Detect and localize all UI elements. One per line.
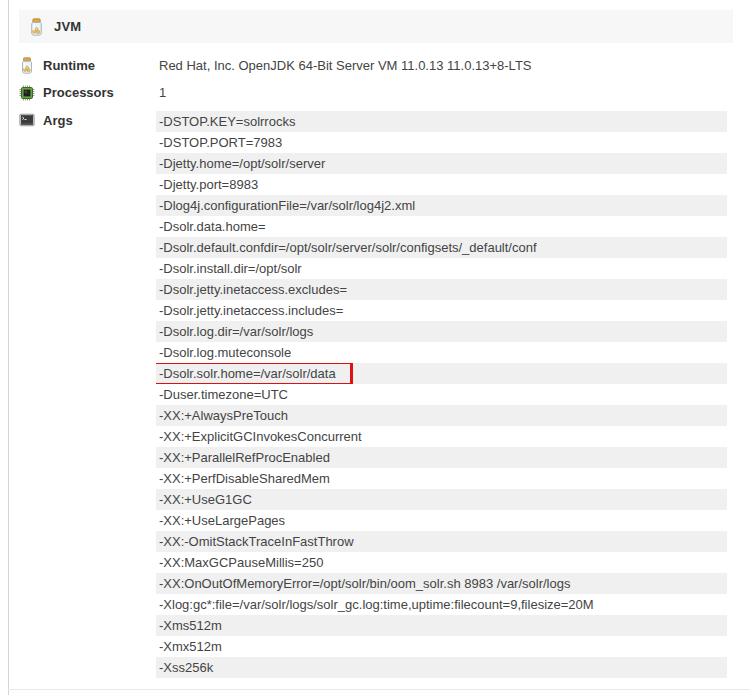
jvm-arg-text: -XX:+ExplicitGCInvokesConcurrent <box>159 429 362 444</box>
jvm-arg-item: -XX:+UseLargePages <box>156 510 727 531</box>
jvm-arg-text: -Dsolr.solr.home=/var/solr/data <box>159 366 336 381</box>
jvm-arg-text: -XX:+UseLargePages <box>159 513 285 528</box>
jvm-arg-text: -DSTOP.PORT=7983 <box>159 135 282 150</box>
jvm-arg-text: -XX:OnOutOfMemoryError=/opt/solr/bin/oom… <box>159 576 570 591</box>
jvm-arg-item: -XX:OnOutOfMemoryError=/opt/solr/bin/oom… <box>156 573 727 594</box>
jvm-arg-text: -Dsolr.log.dir=/var/solr/logs <box>159 324 313 339</box>
jvm-arg-text: -Djetty.port=8983 <box>159 177 258 192</box>
jvm-arg-item: -Xmx512m <box>156 636 727 657</box>
runtime-key: Runtime <box>19 57 156 74</box>
jvm-arg-text: -Duser.timezone=UTC <box>159 387 288 402</box>
jvm-arg-item: -Duser.timezone=UTC <box>156 384 727 405</box>
jvm-arg-item: -DSTOP.PORT=7983 <box>156 132 727 153</box>
processors-value: 1 <box>156 82 166 103</box>
jvm-arg-text: -XX:+PerfDisableSharedMem <box>159 471 330 486</box>
jvm-arg-item: -XX:+AlwaysPreTouch <box>156 405 727 426</box>
jvm-arg-text: -DSTOP.KEY=solrrocks <box>159 114 295 129</box>
runtime-value: Red Hat, Inc. OpenJDK 64-Bit Server VM 1… <box>156 55 532 76</box>
jvm-arg-item: -XX:MaxGCPauseMillis=250 <box>156 552 727 573</box>
jvm-arg-text: -Xms512m <box>159 618 222 633</box>
jvm-arg-item: -Dsolr.default.confdir=/opt/solr/server/… <box>156 237 727 258</box>
jvm-arg-item: -XX:-OmitStackTraceInFastThrow <box>156 531 727 552</box>
jvm-panel: JVM Runtime Red Hat, Inc. OpenJDK 64-Bit… <box>8 0 750 695</box>
jvm-arg-item: -XX:+UseG1GC <box>156 489 727 510</box>
jvm-arg-item: -Dsolr.jetty.inetaccess.includes= <box>156 300 727 321</box>
jvm-arg-item: -Xms512m <box>156 615 727 636</box>
jvm-arg-item: -Dsolr.jetty.inetaccess.excludes= <box>156 279 727 300</box>
section-title: JVM <box>54 19 81 34</box>
jvm-arg-item: -Dsolr.data.home= <box>156 216 727 237</box>
jvm-args-list: -DSTOP.KEY=solrrocks -DSTOP.PORT=7983 -D… <box>156 111 727 678</box>
runtime-row: Runtime Red Hat, Inc. OpenJDK 64-Bit Ser… <box>19 55 733 76</box>
runtime-label: Runtime <box>43 58 95 73</box>
args-key: Args <box>19 111 156 128</box>
jvm-arg-item: -DSTOP.KEY=solrrocks <box>156 111 727 132</box>
jvm-arg-text: -Dsolr.install.dir=/opt/solr <box>159 261 302 276</box>
jvm-arg-text: -XX:-OmitStackTraceInFastThrow <box>159 534 354 549</box>
jvm-arg-text: -XX:MaxGCPauseMillis=250 <box>159 555 323 570</box>
jar-icon <box>19 57 35 74</box>
processors-key: Processors <box>19 85 156 101</box>
jvm-arg-text: -Xmx512m <box>159 639 222 654</box>
jvm-arg-text: -Dsolr.log.muteconsole <box>159 345 291 360</box>
jvm-arg-text: -XX:+ParallelRefProcEnabled <box>159 450 330 465</box>
jvm-arg-item: -Dlog4j.configurationFile=/var/solr/log4… <box>156 195 727 216</box>
jvm-arg-text: -XX:+AlwaysPreTouch <box>159 408 288 423</box>
jvm-arg-text: -Djetty.home=/opt/solr/server <box>159 156 325 171</box>
jvm-arg-item: -Xss256k <box>156 657 727 678</box>
jvm-arg-item: -Dsolr.install.dir=/opt/solr <box>156 258 727 279</box>
args-label: Args <box>43 113 73 128</box>
jvm-arg-text: -XX:+UseG1GC <box>159 492 252 507</box>
jvm-arg-item: -Dsolr.log.dir=/var/solr/logs <box>156 321 727 342</box>
jar-icon <box>28 18 45 36</box>
jvm-arg-item: -Dsolr.log.muteconsole <box>156 342 727 363</box>
jvm-arg-item: -Dsolr.solr.home=/var/solr/data <box>156 363 727 384</box>
jvm-arg-text: -Xlog:gc*:file=/var/solr/logs/solr_gc.lo… <box>159 597 594 612</box>
jvm-arg-item: -Djetty.port=8983 <box>156 174 727 195</box>
processors-label: Processors <box>43 85 114 100</box>
jvm-arg-text: -Dsolr.jetty.inetaccess.includes= <box>159 303 343 318</box>
args-row: Args -DSTOP.KEY=solrrocks -DSTOP.PORT=79… <box>19 111 733 678</box>
jvm-arg-text: -Dsolr.default.confdir=/opt/solr/server/… <box>159 240 537 255</box>
panel-bottom-divider <box>8 689 750 690</box>
jvm-arg-text: -Dsolr.jetty.inetaccess.excludes= <box>159 282 347 297</box>
jvm-arg-item: -XX:+ParallelRefProcEnabled <box>156 447 727 468</box>
jvm-arg-item: -XX:+ExplicitGCInvokesConcurrent <box>156 426 727 447</box>
jvm-arg-item: -Djetty.home=/opt/solr/server <box>156 153 727 174</box>
jvm-arg-text: -Xss256k <box>159 660 213 675</box>
cpu-chip-icon <box>19 85 35 101</box>
processors-row: Processors 1 <box>19 82 733 103</box>
jvm-arg-item: -XX:+PerfDisableSharedMem <box>156 468 727 489</box>
terminal-icon <box>19 113 35 128</box>
jvm-arg-text: -Dlog4j.configurationFile=/var/solr/log4… <box>159 198 415 213</box>
jvm-arg-text: -Dsolr.data.home= <box>159 219 266 234</box>
jvm-section-header: JVM <box>19 10 733 43</box>
jvm-arg-item: -Xlog:gc*:file=/var/solr/logs/solr_gc.lo… <box>156 594 727 615</box>
